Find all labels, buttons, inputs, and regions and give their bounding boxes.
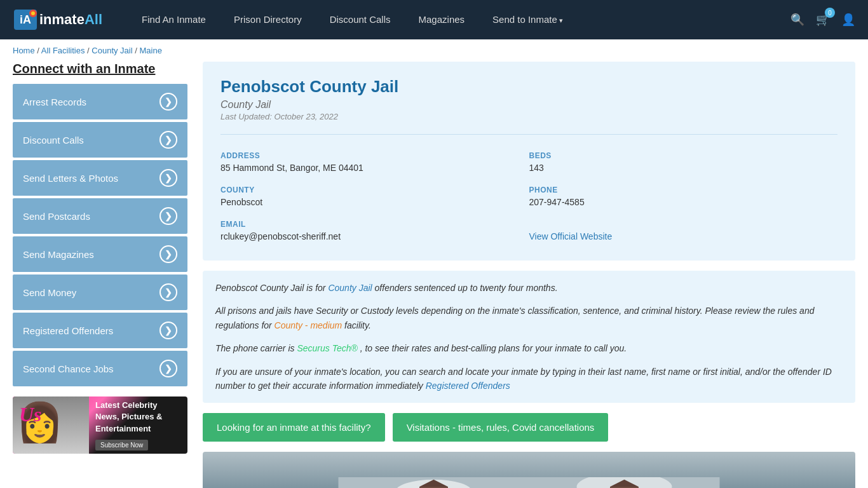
sidebar-label-send-postcards: Send Postcards <box>23 211 90 222</box>
nav-magazines[interactable]: Magazines <box>405 0 479 39</box>
sidebar-item-second-chance-jobs[interactable]: Second Chance Jobs ❯ <box>13 351 187 386</box>
nav-discount-calls[interactable]: Discount Calls <box>316 0 405 39</box>
breadcrumb-home[interactable]: Home <box>13 46 35 55</box>
sidebar-ad[interactable]: Us Latest Celebrity News, Pictures & Ent… <box>13 396 187 454</box>
visitations-button[interactable]: Visitations - times, rules, Covid cancel… <box>393 413 609 442</box>
breadcrumb-maine[interactable]: Maine <box>139 46 161 55</box>
desc-paragraph-3: The phone carrier is Securus Tech® , to … <box>215 341 843 355</box>
info-website: View Official Website <box>529 214 838 248</box>
info-beds: BEDS 143 <box>529 145 838 179</box>
sidebar-arrow-discount-calls: ❯ <box>159 131 177 149</box>
info-county: COUNTY Penobscot <box>220 179 529 214</box>
svg-point-3 <box>31 11 35 15</box>
nav-find-inmate[interactable]: Find An Inmate <box>128 0 220 39</box>
logo-text-inmate: inmate <box>39 11 85 28</box>
sidebar-arrow-send-letters: ❯ <box>159 169 177 187</box>
sidebar-item-arrest-records[interactable]: Arrest Records ❯ <box>13 84 187 119</box>
sidebar-label-send-money: Send Money <box>23 287 76 298</box>
action-buttons: Looking for an inmate at this facility? … <box>203 413 855 442</box>
info-email: EMAIL rclukey@penobscot-sheriff.net <box>220 214 529 248</box>
website-value: View Official Website <box>529 231 838 241</box>
phone-label: PHONE <box>529 186 838 194</box>
sidebar-arrow-registered-offenders: ❯ <box>159 322 177 339</box>
facility-description: Penobscot County Jail is for County Jail… <box>203 271 855 403</box>
find-inmate-button[interactable]: Looking for an inmate at this facility? <box>203 413 385 442</box>
svg-text:iA: iA <box>20 13 31 26</box>
sidebar-item-discount-calls[interactable]: Discount Calls ❯ <box>13 122 187 158</box>
sidebar-menu: Arrest Records ❯ Discount Calls ❯ Send L… <box>13 84 187 386</box>
facility-info-grid: ADDRESS 85 Hammond St, Bangor, ME 04401 … <box>220 134 837 248</box>
facility-updated: Last Updated: October 23, 2022 <box>220 112 837 121</box>
ad-title: Latest Celebrity News, Pictures & Entert… <box>95 400 181 435</box>
sidebar-title: Connect with an Inmate <box>13 62 187 76</box>
sidebar-arrow-send-magazines: ❯ <box>159 245 177 263</box>
logo-text-all: All <box>85 11 102 28</box>
email-label: EMAIL <box>220 220 529 229</box>
beds-value: 143 <box>529 163 838 173</box>
building-svg <box>203 477 855 488</box>
site-logo[interactable]: iA inmateAll <box>13 8 102 31</box>
desc-paragraph-2: All prisons and jails have Security or C… <box>215 304 843 332</box>
facility-name: Penobscot County Jail <box>220 77 837 97</box>
sidebar-label-send-magazines: Send Magazines <box>23 249 94 260</box>
sidebar-arrow-send-postcards: ❯ <box>159 207 177 225</box>
search-icon[interactable]: 🔍 <box>790 13 804 27</box>
sidebar-item-send-postcards[interactable]: Send Postcards ❯ <box>13 198 187 234</box>
address-value: 85 Hammond St, Bangor, ME 04401 <box>220 163 529 173</box>
logo-icon: iA <box>13 8 38 31</box>
ad-image: Us <box>13 396 89 454</box>
sidebar-arrow-send-money: ❯ <box>159 283 177 301</box>
building-image <box>203 452 855 488</box>
info-phone: PHONE 207-947-4585 <box>529 179 838 214</box>
sidebar-item-send-money[interactable]: Send Money ❯ <box>13 274 187 310</box>
sidebar-label-arrest-records: Arrest Records <box>23 97 86 107</box>
registered-offenders-link[interactable]: Registered Offenders <box>426 381 510 391</box>
county-label: COUNTY <box>220 186 529 194</box>
sidebar-item-registered-offenders[interactable]: Registered Offenders ❯ <box>13 313 187 348</box>
nav-actions: 🔍 🛒 0 👤 <box>790 13 855 27</box>
county-medium-link[interactable]: County - medium <box>275 320 342 330</box>
county-jail-link-1[interactable]: County Jail <box>328 283 372 293</box>
beds-label: BEDS <box>529 151 838 160</box>
facility-type: County Jail <box>220 99 837 111</box>
account-icon[interactable]: 👤 <box>841 13 855 27</box>
nav-prison-directory[interactable]: Prison Directory <box>220 0 316 39</box>
ad-subscribe-button[interactable]: Subscribe Now <box>95 440 148 451</box>
info-address: ADDRESS 85 Hammond St, Bangor, ME 04401 <box>220 145 529 179</box>
sidebar-label-send-letters: Send Letters & Photos <box>23 173 118 184</box>
breadcrumb: Home / All Facilities / County Jail / Ma… <box>0 39 868 62</box>
sidebar-label-registered-offenders: Registered Offenders <box>23 325 113 336</box>
desc-paragraph-1: Penobscot County Jail is for County Jail… <box>215 281 843 295</box>
sidebar-label-discount-calls: Discount Calls <box>23 135 84 146</box>
sidebar-item-send-magazines[interactable]: Send Magazines ❯ <box>13 236 187 272</box>
ad-text: Latest Celebrity News, Pictures & Entert… <box>89 396 187 454</box>
nav-links: Find An Inmate Prison Directory Discount… <box>128 0 790 40</box>
facility-card: Penobscot County Jail County Jail Last U… <box>203 62 855 261</box>
cart-icon[interactable]: 🛒 0 <box>816 13 830 27</box>
website-link[interactable]: View Official Website <box>529 231 613 241</box>
securus-link[interactable]: Securus Tech® <box>297 343 357 353</box>
county-value: Penobscot <box>220 197 529 207</box>
main-layout: Connect with an Inmate Arrest Records ❯ … <box>0 62 868 488</box>
email-value: rclukey@penobscot-sheriff.net <box>220 231 529 241</box>
sidebar-label-second-chance-jobs: Second Chance Jobs <box>23 363 114 374</box>
desc-paragraph-4: If you are unsure of your inmate's locat… <box>215 365 843 393</box>
content-area: Penobscot County Jail County Jail Last U… <box>203 62 855 488</box>
us-logo: Us <box>19 403 42 426</box>
sidebar-arrow-second-chance-jobs: ❯ <box>159 360 177 377</box>
phone-value: 207-947-4585 <box>529 197 838 207</box>
address-label: ADDRESS <box>220 151 529 160</box>
breadcrumb-county-jail[interactable]: County Jail <box>92 46 132 55</box>
sidebar-item-send-letters[interactable]: Send Letters & Photos ❯ <box>13 160 187 196</box>
nav-send-to-inmate[interactable]: Send to Inmate <box>478 0 577 40</box>
main-nav: iA inmateAll Find An Inmate Prison Direc… <box>0 0 868 39</box>
sidebar: Connect with an Inmate Arrest Records ❯ … <box>13 62 187 488</box>
sidebar-arrow-arrest-records: ❯ <box>159 93 177 111</box>
website-spacer <box>529 220 838 229</box>
breadcrumb-all-facilities[interactable]: All Facilities <box>41 46 85 55</box>
cart-badge: 0 <box>825 8 835 18</box>
